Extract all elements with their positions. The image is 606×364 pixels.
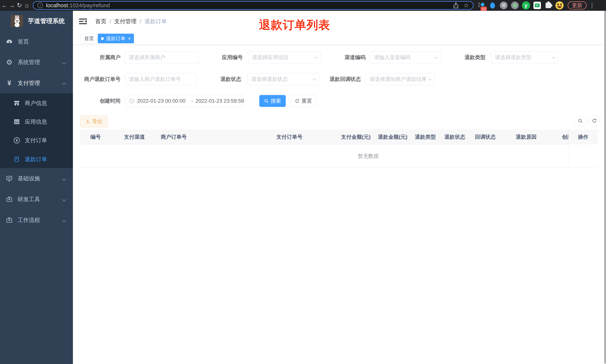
sidebar-label-devtools: 研发工具 <box>18 190 40 208</box>
monitor-icon <box>5 169 13 188</box>
bookmark-star-icon[interactable]: ☆ <box>463 2 469 9</box>
search-button[interactable]: 搜索 <box>259 95 286 107</box>
sidebar-item-payment[interactable]: ¥ 支付管理 <box>0 74 73 92</box>
extension-balloon-icon[interactable] <box>488 1 497 10</box>
filter-label-channel: 渠道编码 <box>315 52 366 63</box>
col-callback-status: 回调状态 <box>475 130 496 144</box>
url-bar[interactable]: i localhost :1024/pay/refund ☆ <box>33 1 474 10</box>
date-start: 2022-01-23 00:00:00 <box>137 98 189 104</box>
breadcrumb-separator: / <box>140 18 141 25</box>
browser-menu-icon[interactable]: ⋮ <box>589 2 595 9</box>
back-icon[interactable]: ← <box>1 0 8 11</box>
refund-document-icon <box>13 150 21 169</box>
sidebar-item-merchant-info[interactable]: 商户信息 <box>0 94 73 113</box>
extensions-row: 10 ⌘ y <box>477 1 564 10</box>
refund-status-select[interactable]: 请选择退款状态 <box>247 73 319 85</box>
table-empty-row: 暂无数据 <box>80 144 598 168</box>
reset-button[interactable]: 重置 <box>290 95 316 107</box>
dashboard-icon <box>5 32 13 51</box>
app-select[interactable]: 请选择应用信息 <box>248 52 321 63</box>
sidebar-label-payment: 支付管理 <box>18 74 40 92</box>
chevron-down-icon <box>552 55 555 59</box>
site-info-icon[interactable]: i <box>37 3 43 8</box>
app-logo[interactable]: 芋道管理系统 <box>0 11 73 31</box>
sidebar-label-app-info: 应用信息 <box>25 113 47 131</box>
reload-icon[interactable]: ↻ <box>16 0 23 11</box>
extension-pin-icon[interactable]: 10 <box>477 1 486 10</box>
refund-type-select[interactable]: 请选择退款类型 <box>491 52 558 63</box>
profile-emoji-icon[interactable] <box>555 1 564 10</box>
top-navbar: 首页 / 支付管理 / 退款订单 退款订单列表 <box>73 11 606 32</box>
date-range-picker[interactable]: 2022-01-23 00:00:00 - 2022-01-23 23:59:5… <box>125 95 244 107</box>
merchant-refund-no-field[interactable] <box>129 76 193 82</box>
annotation-title: 退款订单列表 <box>259 17 330 33</box>
extension-record-icon[interactable] <box>511 1 519 10</box>
sidebar: 芋道管理系统 首页 ⚙ 系统管理 ¥ 支付管理 <box>0 11 73 364</box>
home-icon[interactable]: ⌂ <box>23 0 30 11</box>
close-icon[interactable]: × <box>128 36 131 41</box>
tag-refund-order[interactable]: 退款订单 × <box>98 34 134 43</box>
toolbox-icon <box>5 190 13 208</box>
filter-label-app: 应用编号 <box>192 52 243 63</box>
page-scrollbar[interactable] <box>604 11 606 364</box>
breadcrumb-home[interactable]: 首页 <box>95 18 106 25</box>
sidebar-item-app-info[interactable]: 应用信息 <box>0 113 73 131</box>
sidebar-item-pay-order[interactable]: ¥ 支付订单 <box>0 131 73 150</box>
merchant-input[interactable] <box>125 52 199 63</box>
tag-home[interactable]: 首页 <box>81 34 97 43</box>
sidebar-item-devtools[interactable]: 研发工具 <box>0 190 73 208</box>
show-search-button[interactable] <box>575 115 586 127</box>
sidebar-label-refund-order: 退款订单 <box>25 150 47 169</box>
sidebar-label-pay-order: 支付订单 <box>25 131 47 150</box>
search-icon <box>264 99 269 103</box>
refresh-table-button[interactable] <box>589 115 600 127</box>
screen: ← → ↻ ⌂ i localhost :1024/pay/refund ☆ 1… <box>0 0 606 364</box>
tag-refund-label: 退款订单 <box>106 35 125 42</box>
sidebar-label-workflow: 工作流程 <box>18 211 40 229</box>
channel-select-placeholder: 请输入渠道编码 <box>374 54 432 61</box>
extension-y-icon[interactable]: y <box>522 1 530 10</box>
yen-icon: ¥ <box>5 74 13 92</box>
callback-status-select[interactable]: 请选择通知商户退款结果的 <box>366 73 435 85</box>
forward-icon[interactable]: → <box>8 0 16 11</box>
tag-home-label: 首页 <box>84 35 94 42</box>
search-button-label: 搜索 <box>271 97 281 104</box>
extensions-puzzle-icon[interactable] <box>544 1 553 10</box>
sidebar-label-home: 首页 <box>18 32 29 51</box>
sidebar-item-system[interactable]: ⚙ 系统管理 <box>0 53 73 72</box>
sidebar-item-infra[interactable]: 基础设施 <box>0 169 73 188</box>
channel-select[interactable]: 请输入渠道编码 <box>370 52 441 63</box>
chevron-down-icon <box>62 198 66 202</box>
export-button[interactable]: 导出 <box>80 116 107 127</box>
merchant-refund-no-input[interactable] <box>125 73 197 85</box>
table-header: 编号 支付渠道 商户订单号 支付订单号 支付金额(元) 退款金额(元) 退款类型… <box>80 130 598 144</box>
share-icon[interactable] <box>453 2 459 9</box>
clock-icon <box>129 98 134 104</box>
sidebar-item-workflow[interactable]: 工作流程 <box>0 211 73 229</box>
breadcrumb-separator: / <box>110 18 111 25</box>
grid-icon <box>13 113 21 131</box>
filter-label-merchant-refund-no: 商户退款订单号 <box>73 73 120 85</box>
col-refund-type: 退款类型 <box>415 130 436 144</box>
filter-label-refund-status: 退款状态 <box>190 73 241 85</box>
search-icon <box>578 118 583 123</box>
col-refund-status: 退款状态 <box>444 130 465 144</box>
browser-update-button[interactable]: 更新 <box>568 1 587 10</box>
col-pay-amount: 支付金额(元) <box>341 130 371 144</box>
tags-view-bar: 首页 退款订单 × <box>73 32 606 45</box>
callback-status-placeholder: 请选择通知商户退款结果的 <box>369 76 426 83</box>
breadcrumb-payment[interactable]: 支付管理 <box>114 18 136 25</box>
sidebar-item-refund-order[interactable]: 退款订单 <box>0 150 73 169</box>
extension-chat-icon[interactable] <box>533 1 541 10</box>
merchant-input-field[interactable] <box>129 54 195 60</box>
refresh-icon <box>295 99 300 103</box>
browser-toolbar: ← → ↻ ⌂ i localhost :1024/pay/refund ☆ 1… <box>0 0 606 11</box>
sidebar-toggle-icon[interactable] <box>79 18 87 25</box>
col-merchant-order-no: 商户订单号 <box>161 130 187 144</box>
export-button-label: 导出 <box>92 118 103 125</box>
extension-command-icon[interactable]: ⌘ <box>500 1 508 10</box>
sidebar-item-home[interactable]: 首页 <box>0 32 73 51</box>
url-path: :1024/pay/refund <box>68 2 110 9</box>
toolbox-icon <box>5 211 13 229</box>
col-id: 编号 <box>90 130 101 144</box>
